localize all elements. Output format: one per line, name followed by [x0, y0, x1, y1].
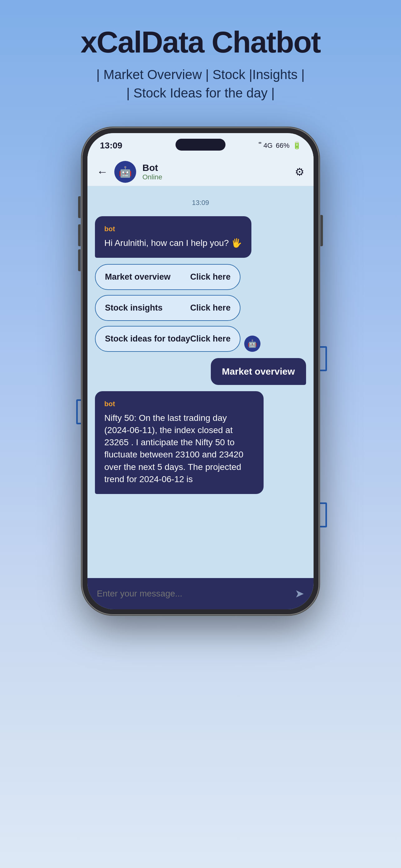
page-title: xCalData Chatbot [80, 25, 321, 59]
battery-icon: 66% [276, 142, 290, 150]
bot-info: Bot Online [142, 162, 289, 181]
bot-name: Bot [142, 162, 289, 173]
status-icons: ᪲᪲ 4G 66% 🔋 [261, 142, 301, 150]
greeting-text: Hi Arulnithi, how can I help you? 🖐 [104, 237, 242, 249]
bot-status: Online [142, 173, 289, 181]
bot-avatar-small: 🤖 [244, 336, 261, 352]
back-button[interactable]: ← [97, 165, 108, 178]
status-time: 13:09 [100, 141, 123, 151]
phone-frame: 13:09 ᪲᪲ 4G 66% 🔋 ← 🤖 Bot Online ⚙ [82, 127, 319, 615]
page-subtitle: | Market Overview | Stock |Insights | | … [97, 66, 305, 102]
bot-greeting-bubble: bot Hi Arulnithi, how can I help you? 🖐 [95, 216, 252, 258]
user-message-bubble: Market overview [211, 358, 306, 385]
message-input[interactable] [97, 589, 289, 599]
dynamic-island [175, 139, 226, 151]
option-stock-ideas[interactable]: Stock ideas for today Click here [95, 326, 240, 352]
options-group: Market overview Click here Stock insight… [95, 264, 240, 352]
status-bar: 13:09 ᪲᪲ 4G 66% 🔋 [88, 133, 313, 158]
greeting-sender: bot [104, 225, 242, 233]
options-row: Market overview Click here Stock insight… [95, 264, 306, 352]
chat-body: 13:09 bot Hi Arulnithi, how can I help y… [88, 186, 313, 578]
chat-timestamp: 13:09 [95, 199, 306, 207]
option-market-overview[interactable]: Market overview Click here [95, 264, 240, 290]
settings-icon[interactable]: ⚙ [295, 165, 304, 178]
response-sender: bot [104, 400, 254, 408]
bot-response-bubble: bot Nifty 50: On the last trading day (2… [95, 391, 264, 494]
input-bar: ➤ [88, 578, 313, 609]
battery-graphic: 🔋 [293, 142, 301, 150]
bot-avatar: 🤖 [114, 161, 136, 183]
send-button[interactable]: ➤ [295, 587, 304, 600]
phone-mockup: 13:09 ᪲᪲ 4G 66% 🔋 ← 🤖 Bot Online ⚙ [82, 127, 319, 615]
network-icon: ᪲᪲ 4G [261, 142, 272, 150]
user-message-text: Market overview [222, 366, 295, 376]
chat-header: ← 🤖 Bot Online ⚙ [88, 158, 313, 186]
option-stock-insights[interactable]: Stock insights Click here [95, 295, 240, 321]
phone-screen: 13:09 ᪲᪲ 4G 66% 🔋 ← 🤖 Bot Online ⚙ [88, 133, 313, 609]
response-text: Nifty 50: On the last trading day (2024-… [104, 412, 254, 485]
